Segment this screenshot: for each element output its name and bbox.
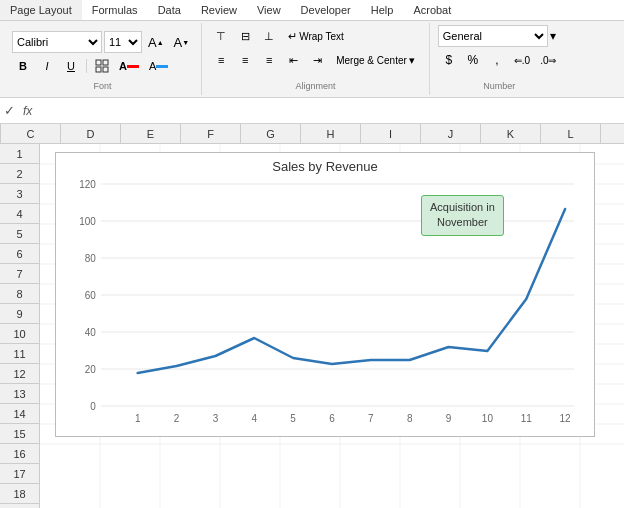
decrease-decimal-button[interactable]: ⇐.0	[510, 49, 534, 71]
number-group-label: Number	[483, 81, 515, 91]
number-group: General ▾ $ % , ⇐.0 .0⇒ Number	[430, 23, 569, 95]
col-J: J	[421, 124, 481, 143]
row-7: 7	[0, 264, 39, 284]
font-color-label: A	[149, 60, 156, 72]
alignment-group-label: Alignment	[296, 81, 336, 91]
row-9: 9	[0, 304, 39, 324]
svg-rect-3	[103, 67, 108, 72]
increase-font-size-button[interactable]: A▲	[144, 31, 168, 53]
svg-text:60: 60	[85, 290, 97, 301]
col-D: D	[61, 124, 121, 143]
tab-formulas[interactable]: Formulas	[82, 0, 148, 20]
tab-page-layout[interactable]: Page Layout	[0, 0, 82, 20]
font-name-select[interactable]: Calibri	[12, 31, 102, 53]
svg-text:9: 9	[446, 413, 452, 424]
align-bottom-button[interactable]: ⊥	[258, 25, 280, 47]
checkmark-icon[interactable]: ✓	[4, 103, 15, 118]
borders-icon	[95, 59, 109, 73]
sheet-body: 1 2 3 4 5 6 7 8 9 10 11 12 13 14 15 16 1…	[0, 144, 624, 508]
col-H: H	[301, 124, 361, 143]
svg-rect-1	[103, 60, 108, 65]
tab-developer[interactable]: Developer	[291, 0, 361, 20]
col-I: I	[361, 124, 421, 143]
row-13: 13	[0, 384, 39, 404]
col-M: M	[601, 124, 624, 143]
svg-text:0: 0	[90, 401, 96, 412]
merge-center-text: Merge & Center	[336, 55, 407, 66]
ribbon-content: Calibri 11 A▲ A▼ B I U	[0, 21, 624, 97]
col-G: G	[241, 124, 301, 143]
svg-text:6: 6	[329, 413, 335, 424]
row-12: 12	[0, 364, 39, 384]
align-right-button[interactable]: ≡	[258, 49, 280, 71]
sheet-area: C D E F G H I J K L M 1 2 3 4 5 6 7 8 9 …	[0, 124, 624, 508]
svg-text:8: 8	[407, 413, 413, 424]
row-headers: 1 2 3 4 5 6 7 8 9 10 11 12 13 14 15 16 1…	[0, 144, 40, 508]
row-4: 4	[0, 204, 39, 224]
col-E: E	[121, 124, 181, 143]
svg-text:4: 4	[251, 413, 257, 424]
svg-text:11: 11	[521, 413, 533, 424]
increase-decimal-button[interactable]: .0⇒	[536, 49, 560, 71]
row-14: 14	[0, 404, 39, 424]
row-1: 1	[0, 144, 39, 164]
svg-text:120: 120	[79, 179, 96, 190]
row-8: 8	[0, 284, 39, 304]
number-format-select[interactable]: General	[438, 25, 548, 47]
currency-button[interactable]: $	[438, 49, 460, 71]
annotation-line1: Acquisition in	[430, 201, 495, 213]
tab-review[interactable]: Review	[191, 0, 247, 20]
italic-button[interactable]: I	[36, 55, 58, 77]
svg-text:100: 100	[79, 216, 96, 227]
formula-input[interactable]	[40, 101, 620, 121]
row-19: 19	[0, 504, 39, 508]
row-16: 16	[0, 444, 39, 464]
increase-indent-button[interactable]: ⇥	[306, 49, 328, 71]
svg-text:1: 1	[135, 413, 141, 424]
chart-container: Sales by Revenue 0 20 40	[55, 152, 595, 437]
underline-button[interactable]: U	[60, 55, 82, 77]
fill-color-button[interactable]: A	[115, 55, 143, 77]
tab-data[interactable]: Data	[148, 0, 191, 20]
ribbon: Page Layout Formulas Data Review View De…	[0, 0, 624, 98]
tab-acrobat[interactable]: Acrobat	[403, 0, 461, 20]
align-center-button[interactable]: ≡	[234, 49, 256, 71]
align-middle-button[interactable]: ⊟	[234, 25, 256, 47]
col-L: L	[541, 124, 601, 143]
fx-label: fx	[19, 104, 36, 118]
svg-text:3: 3	[213, 413, 219, 424]
svg-text:12: 12	[560, 413, 572, 424]
font-controls: Calibri 11 A▲ A▼ B I U	[12, 25, 193, 83]
alignment-group: ⊤ ⊟ ⊥ ↵ Wrap Text ≡ ≡ ≡ ⇤ ⇥ Merge & Cent…	[202, 23, 430, 95]
bold-button[interactable]: B	[12, 55, 34, 77]
font-size-select[interactable]: 11	[104, 31, 142, 53]
annotation-box: Acquisition in November	[421, 195, 504, 236]
decrease-font-size-button[interactable]: A▼	[170, 31, 194, 53]
fill-color-label: A	[119, 60, 127, 72]
comma-button[interactable]: ,	[486, 49, 508, 71]
svg-rect-2	[96, 67, 101, 72]
tab-help[interactable]: Help	[361, 0, 404, 20]
align-top-button[interactable]: ⊤	[210, 25, 232, 47]
col-header-row: C D E F G H I J K L M	[0, 124, 624, 144]
font-color-indicator	[156, 65, 168, 68]
row-5: 5	[0, 224, 39, 244]
font-color-button[interactable]: A	[145, 55, 172, 77]
fill-color-indicator	[127, 65, 139, 68]
align-left-button[interactable]: ≡	[210, 49, 232, 71]
svg-text:2: 2	[174, 413, 180, 424]
col-K: K	[481, 124, 541, 143]
tab-view[interactable]: View	[247, 0, 291, 20]
percent-button[interactable]: %	[462, 49, 484, 71]
merge-center-button[interactable]: Merge & Center ▾	[330, 49, 421, 71]
svg-text:5: 5	[290, 413, 296, 424]
borders-button[interactable]	[91, 55, 113, 77]
row-2: 2	[0, 164, 39, 184]
wrap-text-text: Wrap Text	[299, 31, 344, 42]
svg-text:7: 7	[368, 413, 374, 424]
row-6: 6	[0, 244, 39, 264]
decrease-indent-button[interactable]: ⇤	[282, 49, 304, 71]
wrap-text-button[interactable]: ↵ Wrap Text	[282, 25, 350, 47]
ribbon-tab-bar: Page Layout Formulas Data Review View De…	[0, 0, 624, 21]
chart-title: Sales by Revenue	[56, 153, 594, 174]
